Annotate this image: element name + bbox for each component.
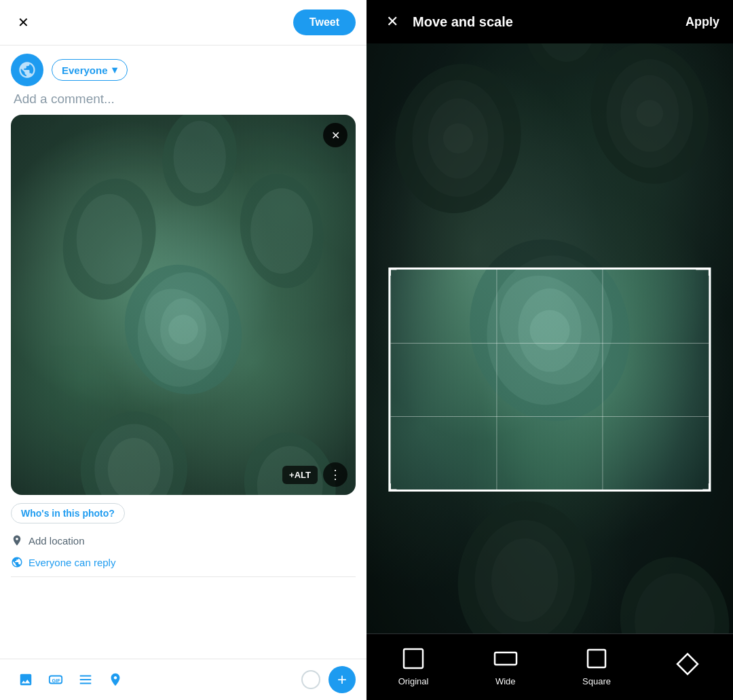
crop-frame <box>388 268 711 492</box>
svg-text:GIF: GIF <box>52 678 61 684</box>
everyone-button[interactable]: Everyone ▾ <box>52 59 128 81</box>
svg-point-8 <box>250 188 313 274</box>
crop-option-wide[interactable]: Wide <box>492 645 519 686</box>
alt-button[interactable]: +ALT <box>282 466 318 484</box>
comment-placeholder[interactable]: Add a comment... <box>14 92 356 107</box>
crop-background <box>366 43 733 633</box>
gif-icon: GIF <box>48 672 63 687</box>
left-panel: ✕ Tweet Everyone ▾ Add a comment... <box>0 0 366 700</box>
svg-marker-41 <box>677 654 698 674</box>
wide-crop-icon <box>493 646 518 671</box>
corner-br-icon <box>695 475 711 492</box>
location-icon <box>11 534 23 547</box>
custom-icon <box>674 650 701 678</box>
dark-overlay-left <box>366 268 388 492</box>
square-label: Square <box>582 676 611 686</box>
thread-circle <box>301 670 320 689</box>
location-btn[interactable] <box>100 665 130 695</box>
chevron-down-icon: ▾ <box>112 64 117 76</box>
left-close-button[interactable]: ✕ <box>11 10 35 35</box>
list-icon <box>78 672 93 687</box>
custom-crop-icon <box>675 652 700 676</box>
grid-line-vertical-1 <box>497 270 497 490</box>
left-body: Everyone ▾ Add a comment... <box>0 45 366 659</box>
reply-row[interactable]: Everyone can reply <box>11 556 356 577</box>
right-title: Move and scale <box>413 14 685 30</box>
original-crop-icon <box>401 646 426 671</box>
svg-point-15 <box>173 121 225 193</box>
whos-in-photo-button[interactable]: Who's in this photo? <box>11 503 125 523</box>
dark-overlay-bottom <box>366 492 733 633</box>
crop-area[interactable] <box>366 43 733 633</box>
crop-option-square[interactable]: Square <box>582 645 611 686</box>
dark-overlay-top <box>366 43 733 268</box>
svg-point-4 <box>168 315 198 345</box>
grid-line-horizontal-1 <box>390 343 709 344</box>
grid-line-vertical-2 <box>603 270 603 490</box>
left-header: ✕ Tweet <box>0 0 366 45</box>
tweet-image <box>11 115 356 495</box>
svg-rect-39 <box>495 652 516 665</box>
apply-button[interactable]: Apply <box>685 15 719 29</box>
wide-label: Wide <box>495 676 516 686</box>
image-actions: +ALT ⋮ <box>282 462 347 487</box>
reply-label: Everyone can reply <box>29 557 115 568</box>
add-tweet-button[interactable]: + <box>328 666 356 693</box>
image-close-button[interactable]: ✕ <box>323 123 347 147</box>
svg-rect-40 <box>588 650 605 667</box>
image-container: ✕ +ALT ⋮ <box>11 115 356 495</box>
everyone-label: Everyone <box>62 65 108 76</box>
right-toolbar: Original Wide Square <box>366 633 733 700</box>
original-label: Original <box>398 676 429 686</box>
globe-avatar-icon <box>18 60 37 79</box>
avatar <box>11 54 43 86</box>
succulent-art <box>11 115 356 495</box>
right-close-button[interactable]: ✕ <box>380 10 405 34</box>
image-icon <box>18 672 33 687</box>
svg-rect-38 <box>404 649 423 668</box>
wide-icon <box>492 645 519 672</box>
more-button[interactable]: ⋮ <box>323 462 347 487</box>
add-location-row[interactable]: Add location <box>11 534 356 547</box>
photo-icon[interactable] <box>11 665 41 695</box>
dark-overlay-right <box>711 268 733 492</box>
tweet-button[interactable]: Tweet <box>293 10 356 35</box>
square-crop-icon <box>584 646 609 671</box>
right-panel: ✕ Move and scale Apply <box>366 0 733 700</box>
left-toolbar: GIF + <box>0 659 366 700</box>
gif-icon-btn[interactable]: GIF <box>41 665 71 695</box>
globe-icon <box>11 556 23 568</box>
corner-tr-icon <box>695 268 711 284</box>
svg-point-6 <box>77 194 143 284</box>
list-icon-btn[interactable] <box>71 665 100 695</box>
square-icon <box>583 645 610 672</box>
right-header: ✕ Move and scale Apply <box>366 0 733 43</box>
crop-photo <box>366 43 733 633</box>
add-location-label: Add location <box>29 535 85 547</box>
location-toolbar-icon <box>108 672 123 687</box>
corner-tl-icon <box>388 268 405 284</box>
crop-option-custom[interactable] <box>674 650 701 682</box>
crop-option-original[interactable]: Original <box>398 645 429 686</box>
user-row: Everyone ▾ <box>11 54 356 86</box>
grid-line-horizontal-2 <box>390 416 709 417</box>
corner-bl-icon <box>388 475 405 492</box>
original-icon <box>400 645 427 672</box>
